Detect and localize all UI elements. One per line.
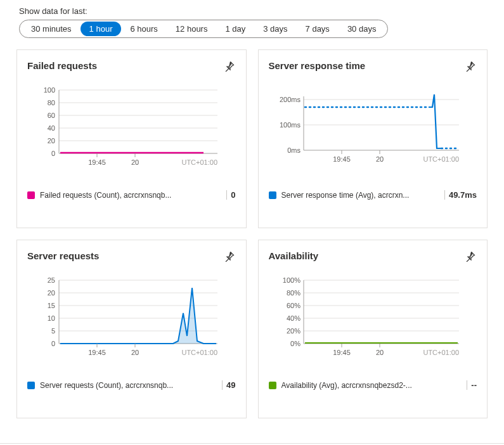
legend-value: 0	[226, 190, 235, 200]
y-tick: 80%	[286, 289, 300, 297]
time-range-option-30m[interactable]: 30 minutes	[22, 22, 81, 36]
y-tick: 100ms	[279, 121, 300, 129]
cards-grid: Failed requests 100 80 60	[16, 49, 488, 418]
time-range-option-3d[interactable]: 3 days	[254, 22, 296, 36]
y-tick: 0	[51, 340, 55, 347]
y-tick: 100	[44, 86, 55, 94]
y-tick: 25	[48, 276, 55, 284]
y-tick: 100%	[282, 276, 300, 284]
pin-icon	[465, 61, 475, 72]
legend-swatch	[27, 191, 35, 199]
x-tick: 19:45	[88, 349, 106, 356]
card-availability[interactable]: Availability 100% 80% 60% 40%	[258, 240, 488, 418]
card-title: Server requests	[27, 250, 236, 261]
x-tick: 20	[375, 155, 383, 163]
time-range-label: Show data for last:	[19, 6, 491, 16]
y-tick: 60	[48, 112, 55, 119]
y-tick: 10	[48, 314, 55, 322]
legend: Server requests (Count), acrcrxnsnqb... …	[27, 380, 236, 390]
legend: Availability (Avg), acrcrxnsnqbezsd2-...…	[269, 380, 477, 390]
chart-failed-requests[interactable]: 100 80 60 40 20 0 19:45 20 UTC+01:00	[27, 77, 236, 172]
legend-swatch	[269, 191, 276, 199]
legend-label: Availability (Avg), acrcrxnsnqbezsd2-...	[281, 381, 462, 390]
pin-button[interactable]	[463, 59, 478, 74]
y-tick: 20	[48, 137, 55, 145]
bottom-divider	[0, 443, 504, 444]
y-tick: 0	[51, 150, 55, 157]
series-line	[429, 94, 441, 148]
legend: Failed requests (Count), acrcrxnsnqb... …	[27, 190, 236, 200]
timezone-label: UTC+01:00	[423, 349, 459, 356]
chart-availability[interactable]: 100% 80% 60% 40% 20% 0% 19:45 20 UTC+01:…	[269, 268, 477, 363]
y-tick: 20	[48, 289, 55, 297]
x-tick: 20	[375, 349, 383, 356]
legend-swatch	[269, 382, 276, 389]
chart-server-response-time[interactable]: 200ms 100ms 0ms 19:45 20 UTC+01:00	[269, 77, 477, 172]
legend-label: Server response time (Avg), acrcrxn...	[281, 191, 439, 200]
y-tick: 40	[48, 124, 55, 132]
y-tick: 80	[48, 99, 55, 106]
pin-button[interactable]	[222, 249, 237, 264]
time-range-option-30d[interactable]: 30 days	[339, 22, 385, 36]
legend-swatch	[27, 382, 35, 389]
time-range-option-12h[interactable]: 12 hours	[167, 22, 217, 36]
y-tick: 0%	[290, 340, 300, 347]
card-title: Availability	[269, 250, 477, 261]
time-range-option-6h[interactable]: 6 hours	[121, 22, 166, 36]
pin-icon	[224, 252, 235, 262]
legend-value: 49	[222, 380, 235, 390]
y-tick: 15	[48, 302, 55, 309]
x-tick: 19:45	[333, 155, 351, 163]
x-tick: 19:45	[88, 158, 106, 166]
x-tick: 20	[131, 349, 139, 356]
card-failed-requests[interactable]: Failed requests 100 80 60	[16, 49, 247, 228]
time-range-selector[interactable]: 30 minutes 1 hour 6 hours 12 hours 1 day…	[19, 20, 388, 38]
x-tick: 19:45	[333, 349, 351, 356]
timezone-label: UTC+01:00	[181, 158, 217, 166]
chart-server-requests[interactable]: 25 20 15 10 5 0 19:45 20 UTC+01:0	[27, 268, 236, 363]
time-range-option-1h[interactable]: 1 hour	[81, 22, 122, 36]
pin-button[interactable]	[463, 249, 478, 264]
x-tick: 20	[131, 158, 139, 166]
pin-icon	[465, 252, 475, 262]
legend-label: Server requests (Count), acrcrxnsnqb...	[40, 381, 217, 390]
legend-value: 49.7ms	[444, 190, 477, 200]
legend: Server response time (Avg), acrcrxn... 4…	[269, 190, 477, 200]
time-range-option-1d[interactable]: 1 day	[216, 22, 254, 36]
y-tick: 40%	[286, 314, 300, 322]
card-server-response-time[interactable]: Server response time 200ms 100ms 0ms	[258, 49, 488, 228]
pin-icon	[224, 61, 235, 72]
page-root: Show data for last: 30 minutes 1 hour 6 …	[0, 0, 504, 445]
legend-value: --	[467, 380, 477, 390]
card-title: Failed requests	[27, 60, 236, 71]
card-title: Server response time	[269, 60, 477, 71]
legend-label: Failed requests (Count), acrcrxnsnqb...	[40, 191, 221, 200]
timezone-label: UTC+01:00	[181, 349, 217, 356]
y-tick: 0ms	[287, 146, 300, 154]
timezone-label: UTC+01:00	[423, 155, 459, 163]
pin-button[interactable]	[222, 59, 237, 74]
card-server-requests[interactable]: Server requests 25 20 15 10	[16, 240, 247, 418]
y-tick: 5	[51, 327, 55, 335]
y-tick: 20%	[286, 327, 300, 335]
y-tick: 200ms	[279, 96, 300, 103]
time-range-option-7d[interactable]: 7 days	[297, 22, 339, 36]
y-tick: 60%	[286, 302, 300, 309]
